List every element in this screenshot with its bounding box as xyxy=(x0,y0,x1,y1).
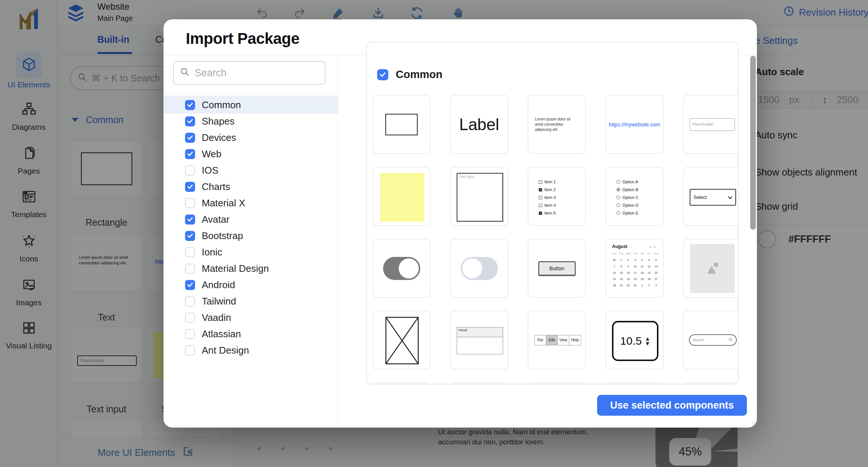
calendar-day: 30 xyxy=(611,257,618,263)
import-package-modal: Import Package Search Common Shapes xyxy=(163,19,757,428)
package-checkbox[interactable] xyxy=(185,165,195,175)
component-tile-menubar[interactable]: FileEditViewHelp xyxy=(528,310,586,370)
component-tile-rectangle[interactable] xyxy=(372,95,431,154)
calendar-day: 19 xyxy=(646,270,653,276)
group-checkbox[interactable] xyxy=(377,69,388,80)
package-row[interactable]: Avatar xyxy=(163,211,338,228)
package-search-input[interactable]: Search xyxy=(173,61,326,85)
package-label: Vaadin xyxy=(202,312,231,323)
package-checkbox[interactable] xyxy=(185,198,195,208)
component-tile-sticky-note[interactable] xyxy=(372,167,431,226)
component-tile-radio-list[interactable]: Option A Option B Option C Option D Opti… xyxy=(605,167,664,226)
package-label: Ant Design xyxy=(202,345,249,356)
app-root: UI Elements Diagrams Pages xyxy=(0,0,868,467)
package-label: Atlassian xyxy=(202,328,241,340)
package-checkbox[interactable] xyxy=(185,329,195,339)
package-checkbox[interactable] xyxy=(185,133,195,143)
calendar-day: 21 xyxy=(611,276,618,282)
package-row[interactable]: Atlassian xyxy=(163,326,338,342)
component-tile-stepper[interactable]: 10.5 ▲▼ xyxy=(605,310,664,370)
package-row[interactable]: Charts xyxy=(163,178,338,195)
calendar-day: 1 xyxy=(618,257,625,263)
package-checkbox[interactable] xyxy=(185,247,195,257)
package-row[interactable]: Vaadin xyxy=(163,309,338,326)
calendar-day: 22 xyxy=(618,276,625,282)
component-tile-checkbox-list[interactable]: Item 1 Item 2 Item 3 Item 4 Item 5 xyxy=(528,167,586,226)
number-stepper: 10.5 ▲▼ xyxy=(612,321,658,361)
package-checkbox[interactable] xyxy=(185,313,195,323)
component-tile-partial xyxy=(372,383,431,384)
checkbox-glyph xyxy=(539,180,542,184)
package-list: Common Shapes Devices Web xyxy=(163,97,338,358)
calendar-day: 12 xyxy=(646,263,653,270)
prev-month-icon: ‹ xyxy=(650,244,654,249)
package-label: Android xyxy=(202,279,235,291)
component-tile-partial xyxy=(528,383,586,384)
package-checkbox[interactable] xyxy=(185,149,195,159)
package-checkbox[interactable] xyxy=(185,280,195,290)
component-tile-image-placeholder[interactable] xyxy=(683,239,739,298)
component-tile-select[interactable]: Select xyxy=(683,167,739,226)
package-label: Charts xyxy=(202,181,230,193)
calendar-day: 27 xyxy=(652,276,660,282)
checklist-item: Item 3 xyxy=(539,195,556,200)
package-label: Devices xyxy=(202,132,236,144)
package-label: Tailwind xyxy=(202,296,236,307)
radio-glyph xyxy=(616,188,620,191)
package-label: Web xyxy=(202,148,221,160)
mini-calendar: August ‹› MONTUEWEDTHUFRISATSUN 30123456… xyxy=(611,244,660,289)
package-row[interactable]: Ant Design xyxy=(163,342,338,358)
package-row[interactable]: Common xyxy=(163,97,338,113)
component-tile-partial xyxy=(605,383,664,384)
component-tile-search-field[interactable]: Search xyxy=(683,310,739,370)
next-month-icon: › xyxy=(654,244,658,249)
package-checkbox[interactable] xyxy=(185,215,195,225)
package-checkbox[interactable] xyxy=(185,100,195,110)
radio-item: Option D xyxy=(616,203,638,207)
package-checkbox[interactable] xyxy=(185,345,195,355)
component-tile-toggle-off[interactable] xyxy=(450,239,508,298)
package-label: Common xyxy=(202,99,241,111)
package-checkbox[interactable] xyxy=(185,264,195,274)
checklist-item: Item 2 xyxy=(539,187,556,192)
package-row[interactable]: IOS xyxy=(163,162,338,178)
package-row[interactable]: Material X xyxy=(163,195,338,211)
checkbox-glyph xyxy=(539,204,542,207)
calendar-day: 6 xyxy=(652,257,660,263)
toggle-on xyxy=(383,257,420,280)
component-tile-button[interactable]: Button xyxy=(528,239,586,298)
radio-glyph xyxy=(616,203,620,207)
component-tile-label[interactable]: Label xyxy=(450,95,508,154)
calendar-day: 26 xyxy=(646,276,653,282)
package-row[interactable]: Material Design xyxy=(163,260,338,277)
package-row[interactable]: Web xyxy=(163,146,338,162)
package-label: Material X xyxy=(202,197,245,209)
calendar-day: 23 xyxy=(625,276,632,282)
radio-glyph xyxy=(616,196,620,199)
component-tile-calendar[interactable]: August ‹› MONTUEWEDTHUFRISATSUN 30123456… xyxy=(605,239,664,298)
rectangle-shape xyxy=(385,114,418,135)
component-tile-link[interactable]: https://mywebsite.com xyxy=(605,95,664,154)
package-row[interactable]: Bootstrap xyxy=(163,228,338,244)
package-row[interactable]: Shapes xyxy=(163,113,338,129)
component-tile-image-crossed[interactable] xyxy=(372,310,431,370)
package-checkbox[interactable] xyxy=(185,116,195,126)
package-row[interactable]: Devices xyxy=(163,129,338,146)
package-row[interactable]: Tailwind xyxy=(163,293,338,309)
package-checkbox[interactable] xyxy=(185,231,195,241)
package-row[interactable]: Ionic xyxy=(163,244,338,260)
modal-scrollbar-thumb[interactable] xyxy=(750,56,756,230)
checklist-item: Item 5 xyxy=(539,211,556,215)
component-tile-partial xyxy=(450,383,508,384)
calendar-day: 5 xyxy=(646,257,653,263)
component-tile-text-input[interactable]: Placeholder xyxy=(683,95,739,154)
checkbox-glyph xyxy=(539,188,542,191)
use-selected-components-button[interactable]: Use selected components xyxy=(597,395,747,416)
component-tile-textarea[interactable]: Text here xyxy=(450,167,508,226)
component-tile-text[interactable]: Lorem ipsum dolor sit amet consectetur a… xyxy=(528,95,586,154)
component-tile-panel[interactable]: Panel xyxy=(450,310,508,370)
package-checkbox[interactable] xyxy=(185,296,195,306)
component-tile-toggle-on[interactable] xyxy=(372,239,431,298)
package-checkbox[interactable] xyxy=(185,182,195,192)
package-row[interactable]: Android xyxy=(163,277,338,293)
